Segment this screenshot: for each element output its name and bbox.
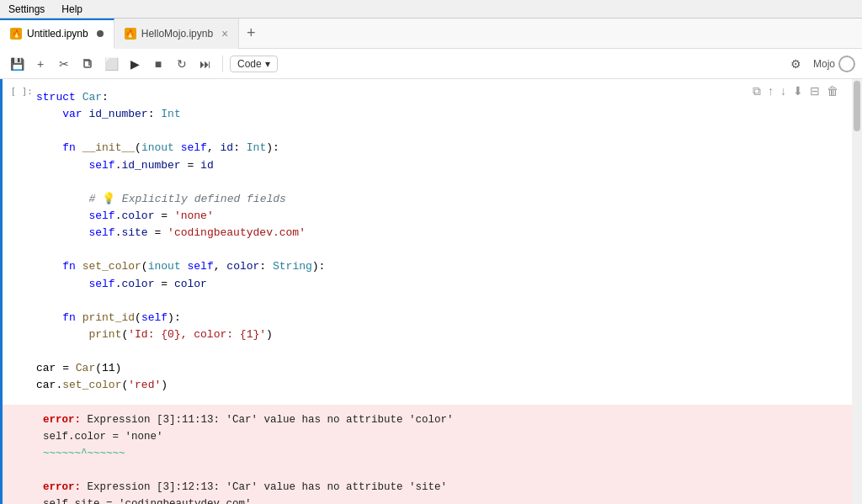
tab-icon-untitled: 🔥 bbox=[10, 28, 22, 40]
tab-modified-dot bbox=[97, 30, 104, 37]
scrollbar-thumb[interactable] bbox=[854, 81, 860, 131]
error-block-2: error: Expression [3]:12:13: 'Car' value… bbox=[43, 479, 845, 504]
toolbar: 💾 + ✂ ⬜ ▶ ■ ↻ ⏭ Code ▾ ⚙ Mojo bbox=[0, 49, 862, 79]
restart-button[interactable]: ↻ bbox=[172, 54, 192, 74]
add-tab-button[interactable]: + bbox=[239, 19, 263, 49]
stop-button[interactable]: ■ bbox=[148, 54, 168, 74]
menu-settings[interactable]: Settings bbox=[3, 2, 50, 17]
code-actions: ⧉ ↑ ↓ ⬇ ⊟ 🗑 bbox=[753, 84, 838, 98]
code-content[interactable]: struct Car: var id_number: Int fn __init… bbox=[36, 84, 852, 400]
copy-cell-icon[interactable]: ⧉ bbox=[753, 84, 761, 98]
dropdown-chevron-icon: ▾ bbox=[265, 58, 270, 70]
tab-label-hellomojo: HelloMojo.ipynb bbox=[141, 28, 213, 40]
save-button[interactable]: 💾 bbox=[7, 54, 27, 74]
tab-icon-hellomojo: 🔥 bbox=[125, 28, 136, 40]
tab-hellomojo[interactable]: 🔥 HelloMojo.ipynb × bbox=[114, 19, 240, 49]
svg-rect-0 bbox=[84, 61, 91, 67]
cell-content[interactable]: ⧉ ↑ ↓ ⬇ ⊟ 🗑 struct Car: var id_number: I… bbox=[36, 79, 852, 405]
tab-label-untitled: Untitled.ipynb bbox=[27, 28, 88, 40]
mojo-circle-icon bbox=[838, 56, 855, 72]
error-squiggle-1: ~~~~~~^~~~~~~ bbox=[43, 448, 125, 459]
menubar: Settings Help bbox=[0, 0, 862, 19]
code-cell: [ ]: ⧉ ↑ ↓ ⬇ ⊟ 🗑 struct Car: var id_numb… bbox=[0, 79, 852, 405]
paste-button[interactable]: ⬜ bbox=[101, 54, 121, 74]
error-code-1: self.color = 'none' bbox=[43, 431, 163, 443]
download-icon[interactable]: ⬇ bbox=[793, 84, 803, 98]
menu-help[interactable]: Help bbox=[56, 2, 88, 17]
add-cell-button[interactable]: + bbox=[30, 54, 51, 74]
cell-number: [ ]: bbox=[3, 79, 36, 405]
error-message-1: Expression [3]:11:13: 'Car' value has no… bbox=[88, 414, 454, 426]
error-block-1: error: Expression [3]:11:13: 'Car' value… bbox=[43, 411, 845, 462]
toolbar-right: ⚙ Mojo bbox=[786, 54, 855, 74]
tab-untitled[interactable]: 🔥 Untitled.ipynb bbox=[0, 19, 114, 49]
notebook[interactable]: [ ]: ⧉ ↑ ↓ ⬇ ⊟ 🗑 struct Car: var id_numb… bbox=[0, 79, 852, 504]
cell-type-label: Code bbox=[237, 58, 262, 70]
error-message-2: Expression [3]:12:13: 'Car' value has no… bbox=[88, 481, 448, 493]
tabbar: 🔥 Untitled.ipynb 🔥 HelloMojo.ipynb × + bbox=[0, 19, 862, 49]
delete-icon[interactable]: 🗑 bbox=[827, 84, 838, 98]
output-cell: error: Expression [3]:11:13: 'Car' value… bbox=[0, 405, 852, 504]
scrollbar[interactable] bbox=[852, 79, 862, 504]
cell-type-dropdown[interactable]: Code ▾ bbox=[230, 56, 278, 72]
mojo-label: Mojo bbox=[813, 58, 835, 70]
error-code-2: self.site = 'codingbeautydev.com' bbox=[43, 498, 252, 504]
skip-button[interactable]: ⏭ bbox=[195, 54, 216, 74]
mojo-button[interactable]: Mojo bbox=[813, 56, 855, 72]
cut-button[interactable]: ✂ bbox=[54, 54, 74, 74]
tab-close-hellomojo[interactable]: × bbox=[221, 27, 228, 40]
toolbar-separator bbox=[222, 56, 223, 72]
format-icon[interactable]: ⊟ bbox=[810, 84, 820, 98]
error-label-2: error: bbox=[43, 481, 81, 493]
run-button[interactable]: ▶ bbox=[125, 54, 145, 74]
main-area: [ ]: ⧉ ↑ ↓ ⬇ ⊟ 🗑 struct Car: var id_numb… bbox=[0, 79, 862, 504]
move-down-icon[interactable]: ↓ bbox=[780, 84, 786, 98]
error-label-1: error: bbox=[43, 414, 81, 426]
settings-button[interactable]: ⚙ bbox=[786, 54, 806, 74]
move-up-icon[interactable]: ↑ bbox=[768, 84, 774, 98]
copy-button[interactable] bbox=[77, 54, 98, 74]
